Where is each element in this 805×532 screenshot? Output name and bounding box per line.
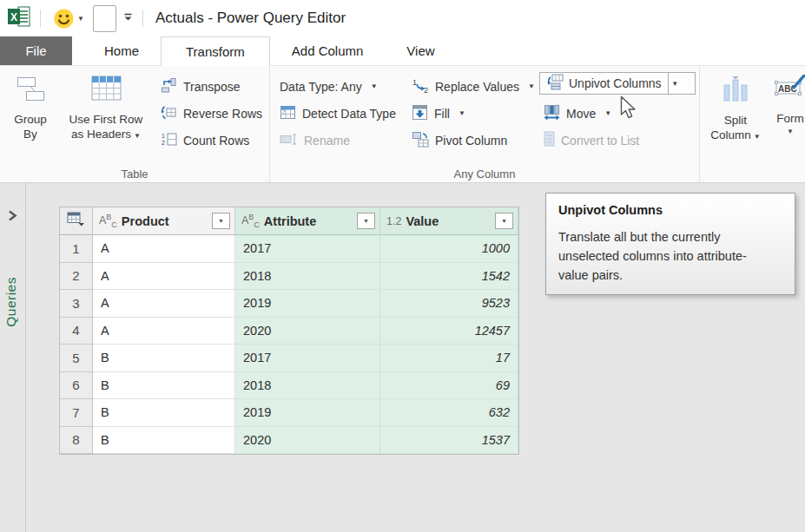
ribbon-group-table: Group By Use First Row as Headers▼ (0, 66, 270, 182)
filter-dropdown-icon[interactable]: ▼ (212, 213, 230, 229)
row-number[interactable]: 7 (60, 399, 93, 427)
tab-add-column[interactable]: Add Column (270, 36, 386, 65)
row-number[interactable]: 2 (60, 263, 93, 291)
row-number[interactable]: 8 (60, 427, 93, 455)
cell-attribute[interactable]: 2017 (235, 235, 380, 263)
ribbon-group-text: Split Column▼ ABC Form ▼ Te (700, 66, 805, 182)
filter-dropdown-icon[interactable]: ▼ (495, 213, 513, 229)
cell-product[interactable]: A (93, 263, 235, 291)
cell-attribute[interactable]: 2018 (235, 263, 380, 291)
transpose-button[interactable]: Transpose (155, 73, 266, 100)
cell-attribute[interactable]: 2017 (235, 345, 380, 372)
cell-value[interactable]: 1000 (380, 235, 518, 263)
unpivot-columns-dropdown-icon[interactable]: ▼ (668, 73, 682, 94)
unpivot-columns-tooltip: Unpivot Columns Translate all but the cu… (545, 193, 795, 295)
fill-icon (412, 104, 428, 123)
svg-text:2: 2 (162, 140, 165, 146)
cell-product[interactable]: B (93, 345, 235, 372)
cell-value[interactable]: 69 (380, 372, 518, 400)
queries-pane-label[interactable]: Queries (3, 277, 19, 327)
column-header-product[interactable]: ABCProduct▼ (93, 207, 235, 235)
detect-data-type-icon: ? (280, 104, 296, 123)
row-number[interactable]: 5 (60, 345, 93, 372)
svg-text:X: X (10, 11, 17, 23)
table-row: 6B201869 (60, 372, 518, 400)
use-first-row-as-headers-button[interactable]: Use First Row as Headers▼ (57, 68, 155, 168)
ribbon-group-any-column: Data Type: Any ▼ ? Detect Data Type (270, 66, 700, 182)
filter-dropdown-icon[interactable]: ▼ (357, 213, 375, 229)
quick-access-box-button[interactable] (93, 5, 116, 32)
move-icon (544, 104, 560, 123)
replace-values-icon: 1 2 (412, 77, 429, 96)
split-column-button[interactable]: Split Column▼ (709, 68, 762, 168)
dropdown-caret-icon: ▼ (528, 82, 535, 90)
dropdown-caret-icon: ▼ (604, 109, 611, 117)
rename-button[interactable]: Rename (274, 127, 406, 154)
row-number[interactable]: 4 (60, 318, 93, 345)
titlebar-separator (40, 10, 41, 27)
row-number[interactable]: 1 (60, 235, 93, 263)
svg-text:1: 1 (162, 133, 165, 139)
cell-product[interactable]: A (93, 290, 235, 318)
convert-to-list-button[interactable]: Convert to List (538, 127, 696, 154)
ribbon-tab-row: File Home Transform Add Column View (0, 36, 805, 66)
quick-access-toolbar-dropdown-icon[interactable] (122, 10, 134, 26)
table-row: 8B20201537 (60, 427, 518, 455)
cell-product[interactable]: B (93, 372, 235, 400)
dropdown-caret-icon: ▼ (787, 128, 794, 136)
ribbon: Group By Use First Row as Headers▼ (0, 66, 805, 183)
expand-queries-chevron-icon[interactable] (7, 209, 18, 226)
cell-product[interactable]: A (93, 235, 235, 263)
reverse-rows-button[interactable]: Reverse Rows (155, 100, 266, 127)
cell-value[interactable]: 1542 (380, 263, 518, 291)
replace-values-button[interactable]: 1 2 Replace Values ▼ (406, 73, 538, 100)
format-icon: ABC (775, 75, 805, 105)
cell-product[interactable]: B (93, 399, 235, 427)
excel-app-icon: X (7, 5, 31, 31)
pivot-column-button[interactable]: Pivot Column (406, 127, 538, 154)
editor-content-area: Queries ABCProduct▼ABCAttribute▼1.2Value… (0, 183, 805, 532)
cell-value[interactable]: 632 (380, 399, 518, 427)
data-table: ABCProduct▼ABCAttribute▼1.2Value▼1A20171… (59, 207, 519, 455)
group-by-button[interactable]: Group By (3, 68, 57, 168)
row-number[interactable]: 6 (60, 372, 93, 400)
unpivot-columns-button[interactable]: Unpivot Columns ▼ (539, 72, 696, 95)
cell-attribute[interactable]: 2020 (235, 318, 380, 345)
table-row: 5B201717 (60, 345, 518, 372)
count-rows-button[interactable]: 1 2 Count Rows (155, 127, 266, 154)
detect-data-type-button[interactable]: ? Detect Data Type (274, 100, 406, 127)
cell-attribute[interactable]: 2019 (235, 399, 380, 427)
tab-file[interactable]: File (0, 36, 72, 65)
data-type-button[interactable]: Data Type: Any ▼ (274, 73, 406, 100)
smiley-feedback-icon[interactable]: ▼ (53, 8, 84, 30)
table-row: 2A20181542 (60, 263, 518, 291)
column-header-attribute[interactable]: ABCAttribute▼ (235, 207, 380, 235)
dropdown-caret-icon: ▼ (134, 132, 141, 140)
cell-product[interactable]: A (93, 318, 235, 345)
cell-product[interactable]: B (93, 427, 235, 455)
cell-value[interactable]: 9523 (380, 290, 518, 318)
cell-value[interactable]: 1537 (380, 427, 518, 455)
cell-value[interactable]: 12457 (380, 318, 518, 345)
smiley-dropdown-caret-icon[interactable]: ▼ (77, 15, 84, 23)
pivot-column-icon (412, 131, 429, 150)
dropdown-caret-icon: ▼ (754, 133, 761, 141)
column-header-value[interactable]: 1.2Value▼ (380, 207, 518, 235)
table-corner-icon (67, 212, 85, 230)
cell-value[interactable]: 17 (380, 345, 518, 372)
table-row: 7B2019632 (60, 399, 518, 427)
table-select-all-button[interactable] (60, 207, 93, 235)
cell-attribute[interactable]: 2020 (235, 427, 380, 455)
fill-button[interactable]: Fill ▼ (406, 100, 538, 127)
split-column-icon (721, 75, 750, 107)
tab-transform[interactable]: Transform (161, 36, 270, 66)
move-button[interactable]: Move ▼ (538, 100, 696, 127)
unpivot-columns-icon (546, 74, 564, 93)
cell-attribute[interactable]: 2019 (235, 290, 380, 318)
format-button[interactable]: ABC Form ▼ (762, 68, 805, 168)
tab-home[interactable]: Home (82, 36, 161, 65)
dropdown-caret-icon: ▼ (459, 109, 465, 117)
cell-attribute[interactable]: 2018 (235, 372, 380, 400)
tab-view[interactable]: View (385, 36, 456, 65)
row-number[interactable]: 3 (60, 290, 93, 318)
